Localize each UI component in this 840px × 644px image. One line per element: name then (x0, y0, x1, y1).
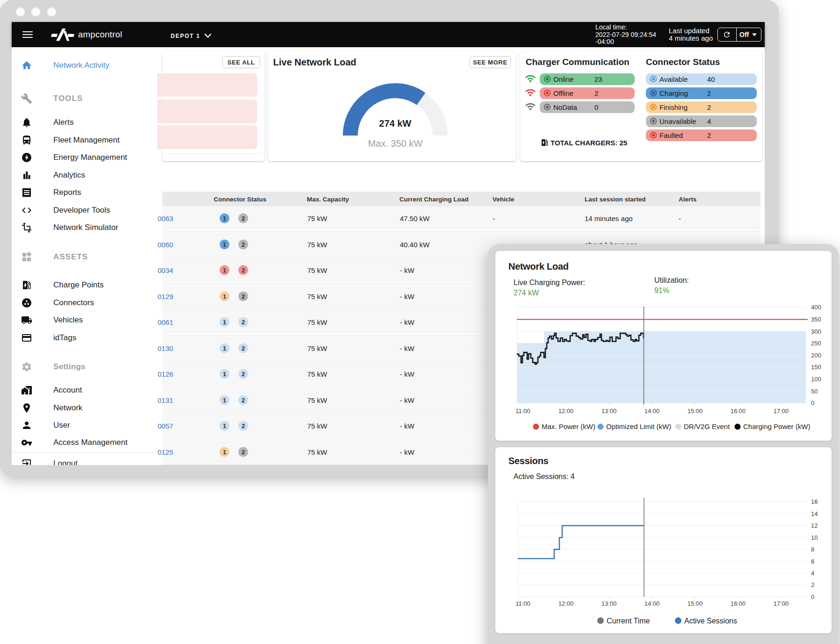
svg-text:12: 12 (811, 522, 818, 529)
svg-text:13:00: 13:00 (601, 408, 617, 415)
svg-text:15:00: 15:00 (688, 408, 703, 415)
svg-text:Active Sessions: Active Sessions (684, 617, 737, 625)
svg-text:300: 300 (811, 328, 821, 335)
svg-text:400: 400 (811, 304, 821, 311)
svg-text:250: 250 (811, 340, 821, 347)
svg-text:12:00: 12:00 (558, 600, 574, 607)
svg-text:2: 2 (811, 581, 814, 588)
svg-text:0: 0 (811, 400, 814, 407)
svg-text:200: 200 (811, 352, 821, 359)
svg-text:Charging Power (kW): Charging Power (kW) (743, 422, 810, 430)
svg-text:Max. Power (kW): Max. Power (kW) (542, 422, 595, 430)
svg-text:350: 350 (811, 316, 821, 323)
svg-text:11:00: 11:00 (515, 600, 530, 607)
svg-text:17:00: 17:00 (774, 408, 789, 415)
svg-text:11:00: 11:00 (515, 408, 530, 415)
svg-text:14:00: 14:00 (644, 408, 660, 415)
svg-text:14: 14 (811, 510, 818, 517)
svg-text:6: 6 (811, 558, 814, 565)
svg-text:4: 4 (811, 570, 814, 577)
svg-text:8: 8 (811, 546, 814, 553)
svg-text:Optimized Limit (kW): Optimized Limit (kW) (606, 422, 671, 430)
svg-text:17:00: 17:00 (774, 600, 789, 607)
svg-text:0: 0 (811, 594, 814, 601)
svg-text:12:00: 12:00 (558, 408, 574, 415)
svg-text:10: 10 (811, 534, 818, 541)
svg-text:16: 16 (811, 498, 818, 505)
svg-text:150: 150 (811, 364, 821, 371)
svg-text:50: 50 (811, 388, 818, 395)
svg-text:14:00: 14:00 (644, 600, 660, 607)
svg-text:16:00: 16:00 (731, 600, 746, 607)
svg-text:13:00: 13:00 (601, 600, 617, 607)
svg-text:DR/V2G Event: DR/V2G Event (684, 422, 730, 430)
svg-text:100: 100 (811, 376, 821, 383)
svg-text:Current Time: Current Time (607, 617, 650, 625)
svg-text:16:00: 16:00 (731, 408, 746, 415)
svg-text:15:00: 15:00 (688, 600, 703, 607)
